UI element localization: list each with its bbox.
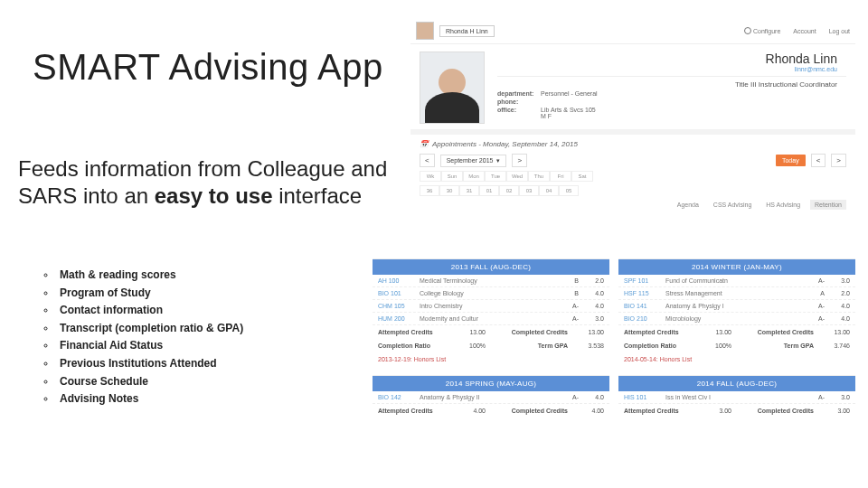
course-code[interactable]: BIO 142 bbox=[378, 394, 420, 400]
course-code[interactable]: BIO 210 bbox=[624, 315, 665, 322]
list-item: Contact information bbox=[56, 302, 243, 319]
summary-label: Attempted Credits bbox=[624, 408, 695, 414]
summary-value: 4.00 bbox=[568, 408, 604, 414]
term-bar: 2014 WINTER (JAN-MAY) bbox=[618, 259, 855, 275]
day-label: Fri bbox=[550, 171, 571, 182]
account-link[interactable]: Account bbox=[793, 28, 816, 34]
tab-retention[interactable]: Retention bbox=[810, 200, 846, 210]
honors-note: 2014-05-14: Honors List bbox=[618, 352, 855, 366]
day-cell[interactable]: 02 bbox=[499, 185, 519, 196]
day-cell[interactable]: 03 bbox=[519, 185, 539, 196]
summary-value: 100% bbox=[695, 343, 731, 349]
day-cell[interactable]: 04 bbox=[539, 185, 559, 196]
summary-label: Completion Ratio bbox=[378, 343, 449, 349]
search-input[interactable]: Rhonda H Linn bbox=[439, 25, 495, 37]
next-month-button[interactable]: > bbox=[512, 154, 527, 167]
course-code[interactable]: HIS 101 bbox=[624, 394, 665, 400]
course-row: BIO 210MicrobiologyA-4.0 bbox=[618, 313, 855, 325]
course-code[interactable]: HSF 115 bbox=[624, 290, 665, 296]
course-grade: A bbox=[807, 290, 825, 296]
month-select[interactable]: September 2015▾ bbox=[440, 155, 507, 167]
summary-row: Attempted Credits4.00Completed Credits4.… bbox=[373, 404, 609, 418]
summary-value: 100% bbox=[449, 343, 486, 349]
prev-month-button[interactable]: < bbox=[420, 154, 435, 167]
summary-value: 4.00 bbox=[449, 408, 486, 414]
term-bar: 2014 FALL (AUG-DEC) bbox=[618, 376, 855, 391]
course-code[interactable]: CHM 105 bbox=[378, 303, 420, 309]
day-cell[interactable]: 01 bbox=[479, 185, 499, 196]
profile-role: Title III Instructional Coordinator bbox=[497, 80, 846, 89]
course-name: Stress Management bbox=[665, 290, 807, 296]
course-code[interactable]: BIO 141 bbox=[624, 303, 665, 309]
course-name: Modernity and Cultur bbox=[420, 315, 561, 322]
transcript-grid: 2013 FALL (AUG-DEC)AH 100Medical Termino… bbox=[373, 258, 868, 418]
day-cell[interactable]: 30 bbox=[439, 185, 459, 196]
value: Personnel - General bbox=[541, 90, 598, 97]
logout-link[interactable]: Log out bbox=[829, 28, 850, 34]
appointment-tabs: Agenda CSS Advising HS Advising Retentio… bbox=[420, 200, 846, 210]
week-label: Wk bbox=[420, 171, 441, 182]
tab-agenda[interactable]: Agenda bbox=[673, 200, 703, 210]
prev-day-button[interactable]: < bbox=[811, 154, 826, 167]
day-cell[interactable]: 05 bbox=[559, 185, 579, 196]
topbar: Rhonda H Linn Configure Account Log out bbox=[410, 18, 855, 44]
tab-css-advising[interactable]: CSS Advising bbox=[709, 200, 756, 210]
list-item: Math & reading scores bbox=[56, 267, 243, 284]
course-code[interactable]: BIO 101 bbox=[378, 290, 420, 296]
day-label: Tue bbox=[485, 171, 506, 182]
course-grade: A- bbox=[807, 303, 825, 309]
term-card: 2014 FALL (AUG-DEC)HIS 101Iss in West Ci… bbox=[618, 375, 855, 418]
course-name: Medical Terminology bbox=[420, 277, 561, 284]
summary-row: Attempted Credits13.00Completed Credits1… bbox=[618, 325, 855, 339]
course-grade: A- bbox=[561, 315, 579, 322]
course-name: Iss in West Civ I bbox=[665, 394, 807, 400]
course-row: BIO 141Anatomy & Physlgy IA-4.0 bbox=[618, 300, 855, 313]
summary-value: 13.00 bbox=[814, 329, 850, 335]
course-code[interactable]: AH 100 bbox=[378, 277, 420, 284]
summary-label: Completed Credits bbox=[486, 329, 568, 335]
course-credits: 4.0 bbox=[825, 315, 850, 322]
configure-link[interactable]: Configure bbox=[744, 27, 780, 34]
week-number: 36 bbox=[420, 185, 439, 196]
chevron-down-icon: ▾ bbox=[496, 157, 500, 164]
summary-label: Attempted Credits bbox=[624, 329, 695, 335]
course-row: CHM 105Intro ChemistryA-4.0 bbox=[373, 300, 609, 313]
course-grade: A- bbox=[807, 394, 825, 400]
course-name: Fund of Communicatn bbox=[665, 277, 807, 284]
course-code[interactable]: SPF 101 bbox=[624, 277, 665, 284]
course-name: Anatomy & Physlgy II bbox=[420, 394, 561, 400]
week-number-row: 36 30 31 01 02 03 04 05 bbox=[420, 185, 846, 196]
summary-label: Completed Credits bbox=[731, 329, 814, 335]
course-grade: B bbox=[561, 290, 579, 296]
term-bar: 2014 SPRING (MAY-AUG) bbox=[373, 376, 609, 391]
course-name: Microbiology bbox=[665, 315, 807, 322]
course-row: BIO 101College BiologyB4.0 bbox=[373, 287, 609, 300]
term-card: 2014 WINTER (JAN-MAY)SPF 101Fund of Comm… bbox=[618, 258, 855, 366]
course-credits: 3.0 bbox=[825, 277, 850, 284]
course-code[interactable]: HUM 200 bbox=[378, 315, 420, 322]
today-button[interactable]: Today bbox=[776, 155, 806, 166]
course-grade: B bbox=[561, 277, 579, 284]
course-credits: 3.0 bbox=[825, 394, 850, 400]
summary-label: Completed Credits bbox=[486, 408, 568, 414]
day-cell[interactable]: 31 bbox=[459, 185, 479, 196]
summary-row: Attempted Credits13.00Completed Credits1… bbox=[373, 325, 609, 339]
day-label: Thu bbox=[528, 171, 550, 182]
summary-value: 13.00 bbox=[695, 329, 731, 335]
term-card: 2014 SPRING (MAY-AUG)BIO 142Anatomy & Ph… bbox=[373, 375, 609, 418]
course-row: HIS 101Iss in West Civ IA-3.0 bbox=[618, 391, 855, 404]
course-name: Anatomy & Physlgy I bbox=[665, 303, 807, 309]
next-day-button[interactable]: > bbox=[831, 154, 846, 167]
list-item: Program of Study bbox=[56, 285, 243, 302]
course-row: SPF 101Fund of CommunicatnA-3.0 bbox=[618, 275, 855, 287]
profile-email[interactable]: linnr@nmc.edu bbox=[497, 66, 846, 72]
course-name: Intro Chemistry bbox=[420, 303, 561, 309]
gear-icon bbox=[744, 27, 751, 34]
day-label: Sat bbox=[571, 171, 593, 182]
summary-value: 13.00 bbox=[568, 329, 604, 335]
day-label: Wed bbox=[506, 171, 528, 182]
tab-hs-advising[interactable]: HS Advising bbox=[761, 200, 805, 210]
summary-label: Term GPA bbox=[486, 343, 568, 349]
summary-value: 3.538 bbox=[568, 343, 604, 349]
course-row: HUM 200Modernity and CulturA-3.0 bbox=[373, 313, 609, 325]
